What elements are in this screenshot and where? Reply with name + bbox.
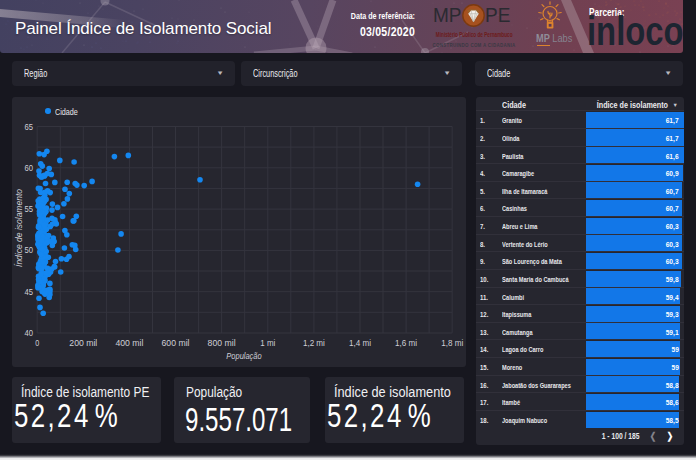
svg-text:40: 40 <box>25 328 34 338</box>
svg-text:65: 65 <box>25 122 34 132</box>
svg-text:60: 60 <box>25 163 34 173</box>
svg-text:0: 0 <box>35 338 39 348</box>
svg-text:1,2 mi: 1,2 mi <box>303 338 325 348</box>
svg-text:800 mil: 800 mil <box>208 338 236 348</box>
svg-text:200 mil: 200 mil <box>69 338 97 348</box>
svg-text:55: 55 <box>25 204 34 214</box>
svg-text:1 mi: 1 mi <box>260 338 275 348</box>
svg-text:45: 45 <box>25 287 34 297</box>
svg-text:600 mil: 600 mil <box>162 338 190 348</box>
svg-text:1,4 mi: 1,4 mi <box>349 338 371 348</box>
svg-text:1,6 mi: 1,6 mi <box>395 338 417 348</box>
svg-text:400 mil: 400 mil <box>115 338 143 348</box>
svg-text:50: 50 <box>25 245 34 255</box>
svg-text:1,8 mi: 1,8 mi <box>441 338 463 348</box>
